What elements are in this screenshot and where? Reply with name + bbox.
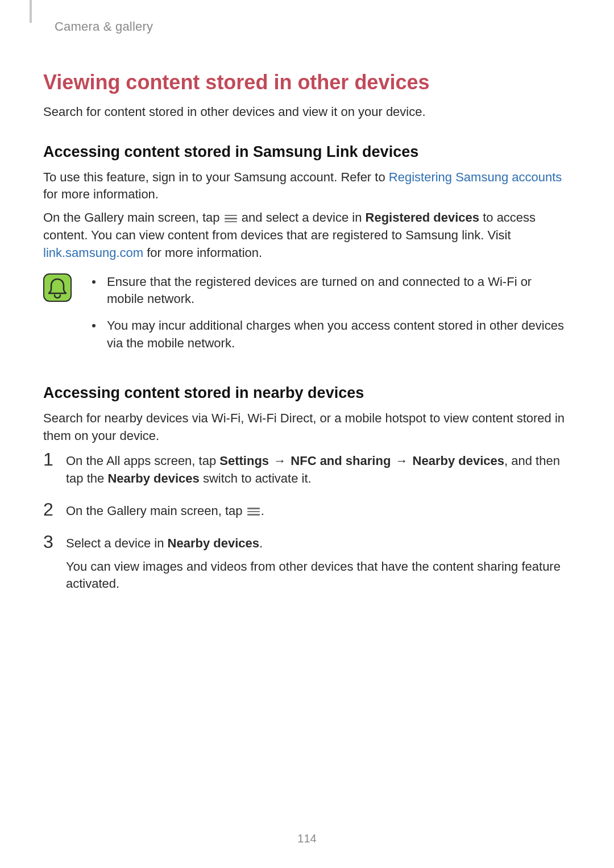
bold-nearby-devices: Nearby devices (413, 454, 504, 468)
text: for more information. (43, 187, 159, 201)
note-item: You may incur additional charges when yo… (92, 317, 571, 352)
text: On the Gallery main screen, tap (43, 210, 223, 225)
text: and select a device in (238, 210, 366, 225)
text: for more information. (143, 246, 262, 260)
step-extra-text: You can view images and videos from othe… (66, 558, 571, 593)
paragraph-nearby-intro: Search for nearby devices via Wi-Fi, Wi-… (43, 410, 571, 445)
text: Select a device in (66, 536, 168, 550)
page-tab-edge (30, 0, 32, 23)
step-number: 2 (43, 500, 66, 518)
bell-icon (43, 273, 72, 304)
bullet-icon (92, 324, 96, 327)
bold-nfc-sharing: NFC and sharing (291, 454, 391, 468)
link-registering-samsung-accounts[interactable]: Registering Samsung accounts (389, 170, 562, 184)
step-body: On the Gallery main screen, tap . (66, 500, 571, 520)
text: . (261, 504, 264, 518)
subhead-nearby-devices: Accessing content stored in nearby devic… (43, 384, 571, 402)
text: To use this feature, sign in to your Sam… (43, 170, 389, 184)
page-number: 114 (0, 832, 614, 845)
menu-icon (247, 506, 260, 517)
text: . (259, 536, 263, 550)
note-text: You may incur additional charges when yo… (107, 317, 571, 352)
note-text: Ensure that the registered devices are t… (107, 273, 571, 309)
note-list: Ensure that the registered devices are t… (92, 271, 571, 362)
section-title: Viewing content stored in other devices (43, 70, 571, 94)
text: switch to activate it. (200, 471, 312, 485)
step-body: On the All apps screen, tap Settings → N… (66, 450, 571, 488)
breadcrumb: Camera & gallery (55, 19, 571, 34)
paragraph-signin: To use this feature, sign in to your Sam… (43, 169, 571, 204)
link-samsung-com[interactable]: link.samsung.com (43, 246, 143, 260)
bold-nearby-devices: Nearby devices (168, 536, 259, 550)
bullet-icon (92, 280, 96, 284)
step-number: 3 (43, 533, 66, 551)
text: On the Gallery main screen, tap (66, 504, 246, 518)
note-callout: Ensure that the registered devices are t… (43, 271, 571, 362)
text: On the All apps screen, tap (66, 454, 219, 468)
section-intro: Search for content stored in other devic… (43, 103, 571, 121)
subhead-samsung-link: Accessing content stored in Samsung Link… (43, 143, 571, 161)
menu-icon (225, 213, 237, 225)
step-3: 3 Select a device in Nearby devices. You… (43, 533, 571, 593)
arrow-icon: → (269, 454, 291, 468)
paragraph-registered-devices: On the Gallery main screen, tap and sele… (43, 209, 571, 261)
step-1: 1 On the All apps screen, tap Settings →… (43, 450, 571, 488)
arrow-icon: → (391, 454, 412, 468)
bold-registered-devices: Registered devices (366, 210, 480, 225)
note-item: Ensure that the registered devices are t… (92, 273, 571, 309)
step-body: Select a device in Nearby devices. You c… (66, 533, 571, 593)
step-2: 2 On the Gallery main screen, tap . (43, 500, 571, 520)
bold-settings: Settings (219, 454, 269, 468)
step-number: 1 (43, 450, 66, 468)
bold-nearby-devices-switch: Nearby devices (107, 471, 199, 485)
